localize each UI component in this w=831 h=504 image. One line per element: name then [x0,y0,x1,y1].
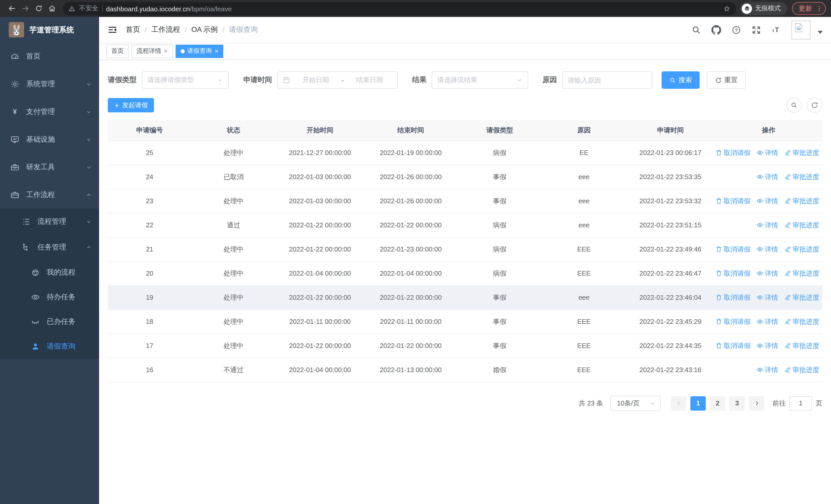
page-size-select[interactable]: 10条/页 [610,395,661,411]
toggle-search-button[interactable] [786,97,802,113]
breadcrumb-workflow[interactable]: 工作流程 [151,25,180,34]
cell-end-time: 2022-01-26 00:00:00 [364,165,457,189]
reset-button[interactable]: 重置 [707,71,746,89]
action-progress-link[interactable]: 审批进度 [784,244,819,254]
action-cancel-leave-link[interactable]: 取消请假 [716,341,750,350]
url-bar[interactable]: 不安全 dashboard.yudao.iocoder.cn/bpm/oa/le… [63,2,736,15]
sidebar-item-done-tasks[interactable]: 已办任务 [0,309,99,334]
browser-update-button[interactable]: 更新 [792,2,826,15]
action-cancel-leave-link[interactable]: 取消请假 [716,244,750,254]
reason-input[interactable] [562,71,652,89]
action-progress-link[interactable]: 审批进度 [784,341,819,350]
next-page-button[interactable] [749,396,764,410]
toolbox-icon [10,163,20,172]
plus-icon [114,102,120,108]
forward-button[interactable] [19,2,32,15]
table-row: 25 处理中 2021-12-27 00:00:00 2022-01-19 00… [108,141,822,165]
goto-page-input[interactable] [790,396,812,410]
search-icon [669,77,676,83]
view-eye-icon [756,294,763,301]
close-icon[interactable] [164,47,168,55]
cell-status: 不通过 [192,358,276,382]
cell-apply-time: 2022-01-22 23:53:35 [626,165,715,189]
search-icon[interactable] [691,25,701,35]
cell-reason: EEE [542,261,626,285]
action-progress-link[interactable]: 审批进度 [784,172,819,181]
sidebar-item-my-process[interactable]: 我的流程 [0,260,99,285]
search-button[interactable]: 搜索 [662,71,699,89]
action-detail-link[interactable]: 详情 [756,172,778,181]
view-eye-icon [756,318,763,325]
action-cancel-leave-link[interactable]: 取消请假 [716,269,750,278]
app-logo[interactable]: 🐰 芋道管理系统 [0,17,99,42]
action-progress-link[interactable]: 审批进度 [784,317,819,326]
sidebar-item-todo-tasks[interactable]: 待办任务 [0,285,99,309]
create-leave-button[interactable]: 发起请假 [108,98,154,112]
action-progress-link[interactable]: 审批进度 [784,365,819,375]
font-size-icon[interactable]: tT [771,25,781,35]
col-leave-type: 请假类型 [457,120,542,141]
fullscreen-icon[interactable] [751,25,761,35]
refresh-table-button[interactable] [807,97,822,113]
apply-time-range-picker[interactable]: 开始日期 - 结束日期 [277,71,398,89]
reload-button[interactable] [32,2,45,15]
broken-image-avatar [793,22,804,33]
home-button[interactable] [45,2,58,15]
back-button[interactable] [5,2,19,15]
tab-process-detail[interactable]: 流程详情 [132,45,173,58]
action-detail-link[interactable]: 详情 [756,293,778,302]
avatar[interactable] [792,20,810,39]
sidebar-item-leave-query[interactable]: 请假查询 [0,334,99,359]
sidebar-item-payment[interactable]: ¥ 支付管理 [0,98,99,126]
action-cancel-leave-link[interactable]: 取消请假 [716,317,750,326]
action-cancel-leave-link[interactable]: 取消请假 [716,293,750,302]
breadcrumb-home[interactable]: 首页 [126,25,140,34]
action-cancel-leave-link[interactable]: 取消请假 [716,148,750,157]
collapse-sidebar-button[interactable] [107,24,119,35]
app-title: 芋道管理系统 [29,25,74,35]
action-detail-link[interactable]: 详情 [756,196,778,206]
action-detail-link[interactable]: 详情 [756,317,778,326]
prev-page-button[interactable] [671,396,686,410]
action-detail-link[interactable]: 详情 [756,148,778,157]
close-icon[interactable] [214,47,218,55]
kebab-menu-icon[interactable] [815,5,823,12]
action-progress-link[interactable]: 审批进度 [784,220,819,230]
edit-pen-icon [784,366,791,373]
action-progress-link[interactable]: 审批进度 [784,148,819,157]
action-detail-link[interactable]: 详情 [756,269,778,278]
tab-leave-query[interactable]: 请假查询 [175,45,223,58]
col-end-time: 结束时间 [364,120,457,141]
date-start-placeholder: 开始日期 [293,76,339,85]
tab-home[interactable]: 首页 [106,45,129,58]
action-detail-link[interactable]: 详情 [756,341,778,350]
bookmark-button[interactable] [721,2,733,14]
question-icon[interactable]: ? [732,25,741,35]
breadcrumb-oa[interactable]: OA 示例 [192,25,218,34]
page-button-2[interactable]: 2 [710,396,725,410]
page-button-1[interactable]: 1 [690,396,706,410]
chevron-left-icon [676,400,681,406]
action-progress-link[interactable]: 审批进度 [784,293,819,302]
sidebar-item-system[interactable]: 系统管理 [0,70,99,98]
action-detail-link[interactable]: 详情 [756,244,778,254]
avatar-caret-icon[interactable] [818,31,823,34]
sidebar-item-process-mgmt[interactable]: 流程管理 [0,209,99,235]
table-header-row: 申请编号 状态 开始时间 结束时间 请假类型 原因 申请时间 操作 [108,120,822,141]
action-detail-link[interactable]: 详情 [756,220,778,230]
sidebar-item-workflow[interactable]: 工作流程 [0,181,99,209]
action-progress-link[interactable]: 审批进度 [784,269,819,278]
table-row: 18 处理中 2022-01-11 00:00:00 2022-01-11 00… [108,309,822,334]
action-detail-link[interactable]: 详情 [756,365,778,375]
action-progress-link[interactable]: 审批进度 [784,196,819,206]
sidebar-item-devtools[interactable]: 研发工具 [0,153,99,181]
sidebar-item-task-mgmt[interactable]: 任务管理 [0,235,99,260]
result-select[interactable]: 请选择流结果 [432,71,528,89]
leave-type-select[interactable]: 请选择请假类型 [142,71,229,89]
table-row: 23 处理中 2022-01-03 00:00:00 2022-01-26 00… [108,189,822,213]
sidebar-item-infrastructure[interactable]: 基础设施 [0,126,99,153]
action-cancel-leave-link[interactable]: 取消请假 [716,196,750,206]
github-icon[interactable] [711,25,721,35]
page-button-3[interactable]: 3 [729,396,745,410]
sidebar-item-home[interactable]: 首页 [0,42,99,70]
